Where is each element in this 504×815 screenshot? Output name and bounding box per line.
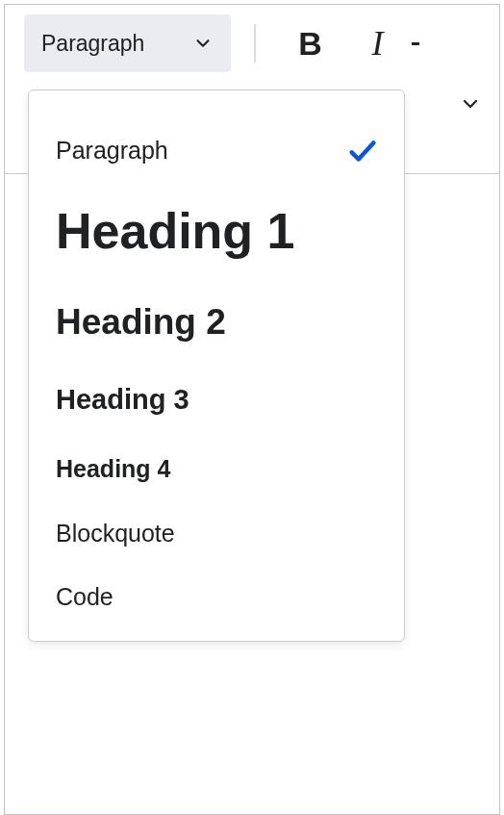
more-toggle[interactable] (459, 92, 482, 119)
chevron-down-icon (459, 102, 482, 118)
toolbar-divider (254, 24, 256, 63)
italic-button[interactable]: I (344, 14, 410, 72)
dropdown-item-heading-1[interactable]: Heading 1 (29, 181, 404, 282)
dropdown-item-label: Code (56, 584, 113, 611)
dropdown-item-heading-3[interactable]: Heading 3 (29, 364, 404, 437)
dropdown-item-code[interactable]: Code (29, 567, 404, 621)
paragraph-format-select[interactable]: Paragraph (24, 14, 231, 72)
format-select-label: Paragraph (41, 31, 144, 57)
underline-button-partial[interactable] (412, 42, 419, 45)
editor-toolbar-region: Paragraph B I Paragraph (4, 4, 500, 815)
toolbar-row-1: Paragraph B I (24, 14, 499, 72)
dropdown-item-paragraph[interactable]: Paragraph (29, 121, 404, 181)
dropdown-item-label: Heading 2 (56, 303, 226, 343)
underline-bar (412, 42, 419, 45)
dropdown-item-label: Heading 1 (56, 204, 295, 259)
dropdown-item-blockquote[interactable]: Blockquote (29, 501, 404, 567)
dropdown-item-label: Heading 3 (56, 385, 189, 416)
format-dropdown: Paragraph Heading 1 Heading 2 Heading 3 … (28, 89, 405, 642)
dropdown-item-heading-4[interactable]: Heading 4 (29, 437, 404, 502)
italic-label: I (371, 23, 383, 64)
bold-button[interactable]: B (277, 14, 342, 72)
dropdown-item-heading-2[interactable]: Heading 2 (29, 282, 404, 364)
dropdown-item-label: Blockquote (56, 521, 175, 548)
dropdown-item-label: Paragraph (56, 138, 168, 165)
bold-label: B (298, 25, 322, 63)
check-icon (346, 135, 379, 167)
dropdown-item-label: Heading 4 (56, 456, 170, 483)
chevron-down-icon (192, 33, 214, 54)
